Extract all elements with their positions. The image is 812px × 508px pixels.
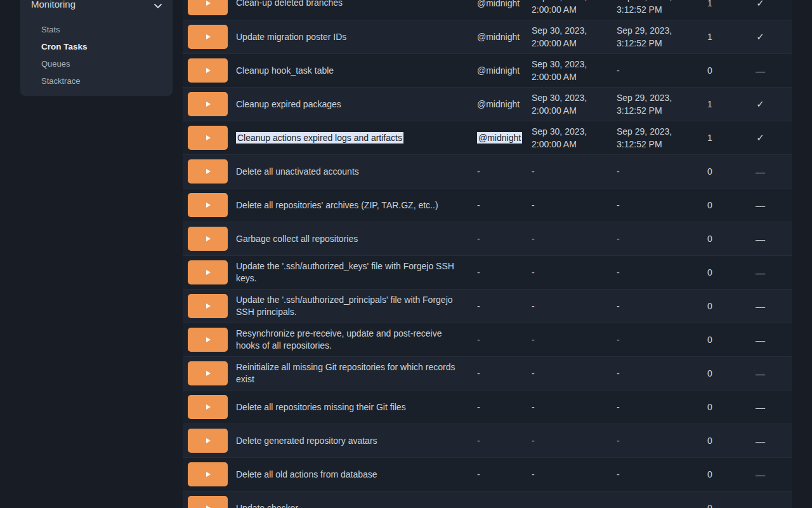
status-icon: — — [729, 65, 792, 76]
task-exec-count: 0 — [691, 436, 729, 446]
task-exec-count: 0 — [691, 267, 729, 277]
play-icon — [206, 505, 211, 508]
task-exec-count: 0 — [691, 166, 729, 177]
play-icon — [206, 236, 211, 241]
table-row: Resynchronize pre-receive, update and po… — [183, 323, 792, 356]
run-task-button[interactable] — [188, 227, 228, 251]
task-next-run: - — [527, 401, 612, 413]
task-name: Cleanup hook_task table — [236, 65, 473, 77]
task-name: Cleanup expired packages — [236, 98, 473, 110]
task-name: Update the '.ssh/authorized_principals' … — [236, 294, 473, 318]
task-exec-count: 0 — [691, 234, 729, 244]
status-icon: — — [729, 469, 792, 480]
status-icon: — — [729, 200, 792, 211]
task-last-run: Sep 29, 2023,3:12:52 PM — [612, 125, 691, 150]
task-next-run: Sep 30, 2023,2:00:00 AM — [527, 125, 612, 150]
task-schedule: @midnight — [473, 99, 527, 109]
task-next-run: - — [527, 165, 612, 178]
task-exec-count: 1 — [691, 32, 729, 42]
task-name: Resynchronize pre-receive, update and po… — [236, 328, 473, 352]
task-last-run: Sep 29, 2023,3:12:52 PM — [612, 24, 691, 50]
sidebar-section-monitoring[interactable]: Monitoring — [31, 0, 75, 10]
run-task-button[interactable] — [188, 328, 228, 352]
task-exec-count: 0 — [691, 503, 729, 508]
table-row: Delete all old actions from database - -… — [183, 457, 792, 491]
task-next-run: Sep 30, 2023,2:00:00 AM — [527, 24, 612, 50]
run-task-button[interactable] — [188, 0, 228, 15]
run-task-button[interactable] — [188, 193, 228, 217]
chevron-down-icon[interactable] — [153, 1, 163, 11]
status-icon: — — [729, 267, 792, 278]
task-schedule: - — [473, 368, 527, 378]
table-row: Update the '.ssh/authorized_keys' file w… — [183, 255, 792, 289]
task-last-run: - — [612, 367, 691, 380]
task-next-run: - — [527, 502, 612, 508]
task-next-run: - — [527, 266, 612, 279]
run-task-button[interactable] — [188, 462, 228, 486]
status-icon: — — [729, 335, 792, 345]
status-icon: — — [729, 368, 792, 379]
play-icon — [206, 472, 211, 477]
task-last-run: - — [612, 468, 691, 481]
run-task-button[interactable] — [188, 159, 228, 184]
play-icon — [206, 102, 211, 107]
task-name: Delete all old actions from database — [236, 469, 473, 481]
status-icon: — — [729, 402, 792, 413]
sidebar-item-queues[interactable]: Queues — [41, 59, 70, 69]
task-exec-count: 0 — [691, 65, 729, 76]
sidebar-item-stats[interactable]: Stats — [41, 25, 60, 35]
task-name: Delete all repositories' archives (ZIP, … — [236, 199, 473, 211]
run-task-button[interactable] — [188, 260, 228, 284]
play-icon — [206, 304, 211, 309]
table-row: Cleanup expired packages @midnight Sep 3… — [183, 87, 792, 121]
status-icon: — — [729, 503, 792, 508]
table-row: Reinitialize all missing Git repositorie… — [183, 356, 792, 390]
play-icon — [206, 438, 211, 443]
task-exec-count: 0 — [691, 335, 729, 345]
sidebar-item-cron-tasks[interactable]: Cron Tasks — [41, 42, 88, 52]
task-last-run: Sep 29, 2023,3:12:52 PM — [612, 0, 691, 16]
task-last-run: - — [612, 333, 691, 346]
run-task-button[interactable] — [188, 496, 228, 508]
task-schedule: @midnight — [473, 32, 527, 42]
table-row: Update the '.ssh/authorized_principals' … — [183, 289, 792, 323]
task-next-run: Sep 30, 2023,2:00:00 AM — [527, 0, 612, 16]
selected-text: @midnight — [477, 132, 522, 144]
run-task-button[interactable] — [188, 395, 228, 419]
task-schedule: - — [473, 166, 527, 177]
play-icon — [206, 1, 211, 6]
play-icon — [206, 34, 211, 39]
task-name: Update the '.ssh/authorized_keys' file w… — [236, 260, 473, 284]
task-schedule: - — [473, 234, 527, 244]
sidebar-item-stacktrace[interactable]: Stacktrace — [41, 76, 80, 86]
run-task-button[interactable] — [188, 126, 228, 150]
selected-text: Cleanup actions expired logs and artifac… — [236, 132, 403, 144]
run-task-button[interactable] — [188, 294, 228, 318]
task-next-run: Sep 30, 2023,2:00:00 AM — [527, 58, 612, 83]
task-next-run: - — [527, 199, 612, 211]
task-last-run: - — [612, 300, 691, 312]
task-exec-count: 0 — [691, 200, 729, 210]
task-name: Delete generated repository avatars — [236, 435, 473, 447]
play-icon — [206, 337, 211, 342]
task-name: Garbage collect all repositories — [236, 233, 473, 245]
monitoring-sidebar-panel: Monitoring Stats Cron Tasks Queues Stack… — [20, 0, 173, 96]
task-schedule: @midnight — [473, 65, 527, 76]
task-schedule: - — [473, 436, 527, 446]
status-icon: ✓ — [729, 98, 792, 110]
task-name: Update checker — [236, 502, 473, 508]
task-next-run: - — [527, 232, 612, 245]
task-last-run: - — [612, 165, 691, 178]
task-name: Delete all unactivated accounts — [236, 166, 473, 178]
run-task-button[interactable] — [188, 429, 228, 453]
run-task-button[interactable] — [188, 58, 228, 83]
run-task-button[interactable] — [188, 361, 228, 385]
play-icon — [206, 169, 211, 174]
task-schedule: - — [473, 503, 527, 508]
task-name: Reinitialize all missing Git repositorie… — [236, 361, 473, 385]
run-task-button[interactable] — [188, 92, 228, 116]
task-exec-count: 1 — [691, 99, 729, 109]
play-icon — [206, 270, 211, 275]
run-task-button[interactable] — [188, 25, 228, 49]
task-next-run: - — [527, 434, 612, 447]
